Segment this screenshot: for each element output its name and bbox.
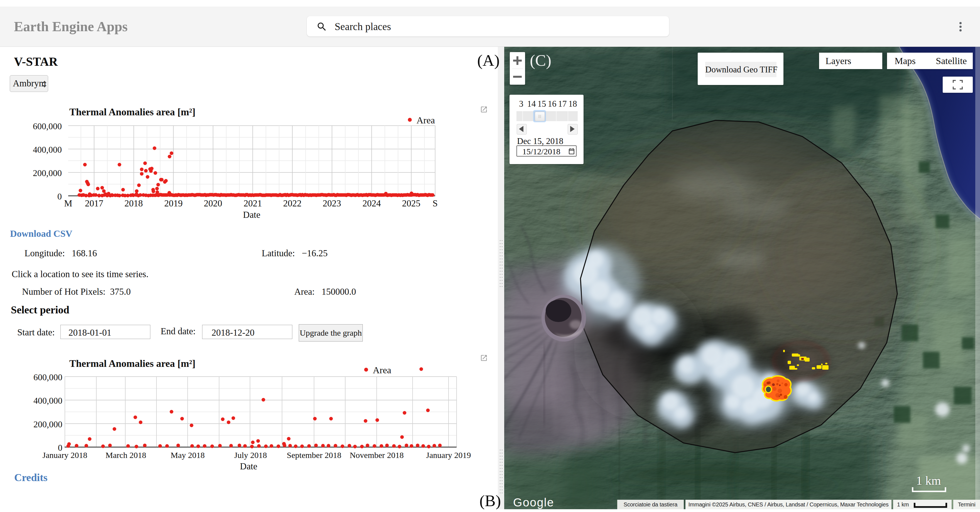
svg-text:March 2018: March 2018 <box>105 450 146 459</box>
svg-text:2021: 2021 <box>243 198 262 208</box>
svg-text:2018: 2018 <box>124 198 143 208</box>
svg-text:January 2019: January 2019 <box>426 450 471 459</box>
svg-text:January 2018: January 2018 <box>43 450 88 459</box>
svg-text:Date: Date <box>240 461 257 471</box>
svg-text:Thermal Anomalies area [m²]: Thermal Anomalies area [m²] <box>69 107 196 118</box>
svg-text:400,000: 400,000 <box>33 145 62 155</box>
svg-text:200,000: 200,000 <box>33 419 62 429</box>
svg-text:2022: 2022 <box>283 198 302 208</box>
svg-text:600,000: 600,000 <box>33 121 62 131</box>
svg-text:M: M <box>64 198 72 208</box>
svg-text:S: S <box>433 198 438 208</box>
svg-text:September 2018: September 2018 <box>287 450 341 459</box>
svg-text:0: 0 <box>57 191 62 201</box>
svg-text:400,000: 400,000 <box>33 396 62 405</box>
svg-text:200,000: 200,000 <box>33 168 62 178</box>
svg-text:2023: 2023 <box>323 198 341 208</box>
svg-text:2017: 2017 <box>85 198 103 208</box>
svg-text:2024: 2024 <box>363 198 381 208</box>
svg-text:600,000: 600,000 <box>33 372 62 382</box>
svg-text:2019: 2019 <box>164 198 183 208</box>
svg-text:2025: 2025 <box>402 198 420 208</box>
svg-text:Thermal Anomalies area [m²]: Thermal Anomalies area [m²] <box>69 358 196 369</box>
svg-text:Area: Area <box>373 365 391 375</box>
svg-text:May 2018: May 2018 <box>171 450 205 459</box>
svg-text:Area: Area <box>417 115 435 125</box>
svg-text:July 2018: July 2018 <box>234 450 267 459</box>
svg-text:Date: Date <box>243 210 260 220</box>
svg-text:November 2018: November 2018 <box>350 450 404 459</box>
svg-text:2020: 2020 <box>204 198 222 208</box>
